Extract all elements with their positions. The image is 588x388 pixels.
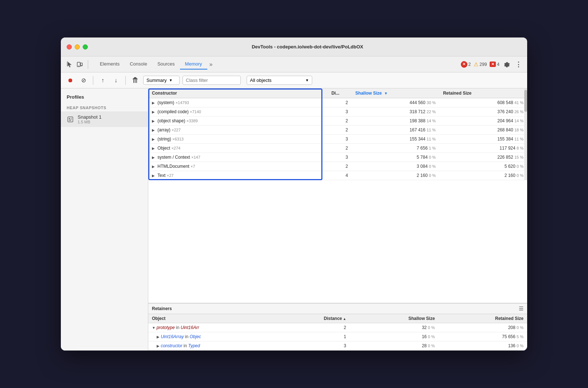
table-row[interactable]: ▶ (compiled code) ×7140 3 318 712 22 % 3… [148, 107, 527, 116]
ret-obj1: constructor [161, 343, 182, 348]
svg-rect-8 [133, 79, 134, 83]
constructor-name: (compiled code) [157, 109, 188, 114]
sort-desc-icon: ▼ [384, 91, 388, 95]
ret-distance-cell: 1 [310, 332, 350, 341]
ret-col-retained[interactable]: Retained Size [439, 314, 527, 323]
retainer-row[interactable]: ▶ Uint16Array in Objec 1 16 0 % 75 656 5… [148, 332, 527, 341]
error-badge: ✕ 2 [461, 61, 471, 68]
class-filter-input[interactable] [183, 76, 241, 85]
expand-arrow[interactable]: ▶ [152, 146, 156, 150]
ret-col-object[interactable]: Object [148, 314, 310, 323]
all-objects-label: All objects [250, 78, 271, 83]
shallow-cell: 318 712 22 % [352, 107, 439, 116]
constructor-name: Object [157, 146, 170, 151]
retainer-row[interactable]: ▼ prototype in Uint16Arr 2 32 0 % 208 0 … [148, 323, 527, 332]
expand-arrow[interactable]: ▶ [152, 119, 156, 123]
constructor-count: ×227 [172, 128, 181, 132]
table-row[interactable]: ▶ system / Context ×147 3 5 784 0 % 226 … [148, 153, 527, 162]
retainers-table: Object Distance Shallow Size Retained Si… [148, 314, 527, 351]
col-distance[interactable]: Di... [328, 88, 352, 98]
constructor-count: ×3389 [187, 119, 198, 123]
constructor-count: ×147 [191, 155, 200, 159]
upload-button[interactable]: ↑ [98, 75, 108, 86]
table-row[interactable]: ▶ Object ×274 2 7 656 1 % 117 924 8 % [148, 144, 527, 153]
ret-retained-cell: 136 0 % [439, 341, 527, 351]
tab-elements[interactable]: Elements [95, 59, 125, 70]
more-tabs-button[interactable]: » [207, 60, 215, 69]
tab-memory[interactable]: Memory [180, 59, 207, 70]
toolbar-right: ✕ 2 ⚠ 299 ✕ 4 ⋮ [461, 60, 523, 69]
expand-arrow[interactable]: ▶ [152, 110, 156, 114]
table-row[interactable]: ▶ Text ×27 4 2 160 0 % 2 160 0 % [148, 171, 527, 180]
constructor-name: Text [157, 173, 165, 178]
col-retained[interactable]: Retained Size [439, 88, 527, 98]
retained-cell: 268 840 18 % [439, 126, 527, 135]
maximize-button[interactable] [83, 44, 88, 50]
tab-sources[interactable]: Sources [152, 59, 180, 70]
retained-cell: 5 620 0 % [439, 162, 527, 171]
minimize-button[interactable] [75, 44, 80, 50]
retained-cell: 376 240 26 % [439, 107, 527, 116]
col-shallow[interactable]: Shallow Size ▼ [352, 88, 439, 98]
expand-arrow[interactable]: ▼ [152, 326, 157, 330]
snapshot-name: Snapshot 1 [78, 114, 102, 120]
retained-cell: 608 548 41 % [439, 98, 527, 107]
distance-cell: 3 [328, 107, 352, 116]
download-button[interactable]: ↓ [111, 75, 121, 86]
more-options-icon[interactable]: ⋮ [514, 60, 523, 69]
select-element-icon[interactable] [65, 60, 74, 69]
ret-middle: in [175, 325, 181, 330]
ret-col-shallow[interactable]: Shallow Size [350, 314, 438, 323]
ret-middle: in [182, 343, 188, 348]
constructor-name: system / Context [157, 155, 190, 160]
table-row[interactable]: ▶ (string) ×6313 3 155 344 11 % 155 384 … [148, 135, 527, 144]
snapshot-1-item[interactable]: Snapshot 1 1.5 MB [61, 111, 148, 127]
ret-retained-cell: 75 656 5 % [439, 332, 527, 341]
table-row[interactable]: ▶ (object shape) ×3389 2 198 388 14 % 20… [148, 116, 527, 126]
devtools-window: DevTools - codepen.io/web-dot-dev/live/P… [61, 37, 527, 351]
distance-cell: 2 [328, 116, 352, 126]
expand-arrow[interactable]: ▶ [152, 137, 156, 141]
device-toolbar-icon[interactable] [75, 60, 84, 69]
record-button[interactable]: ⏺ [65, 75, 75, 86]
memory-toolbar: ⏺ ⊘ ↑ ↓ Summary ▼ All objects ▼ [61, 72, 527, 88]
memory-sep-1 [93, 76, 93, 85]
svg-rect-5 [133, 78, 137, 79]
collect-garbage-icon[interactable] [130, 75, 140, 86]
expand-arrow[interactable]: ▶ [152, 155, 156, 159]
clear-button[interactable]: ⊘ [78, 75, 89, 86]
right-panel: Constructor Di... Shallow Size ▼ [148, 88, 527, 351]
ret-obj2: Objec [190, 334, 201, 339]
constructor-cell: ▶ system / Context ×147 [148, 153, 328, 162]
traffic-lights [67, 44, 88, 50]
svg-rect-10 [136, 79, 137, 83]
expand-arrow[interactable]: ▶ [152, 174, 156, 178]
distance-cell: 4 [328, 171, 352, 180]
retained-cell: 117 924 8 % [439, 144, 527, 153]
table-row[interactable]: ▶ (array) ×227 2 167 416 11 % 268 840 18… [148, 126, 527, 135]
constructor-cell: ▶ HTMLDocument ×7 [148, 162, 328, 171]
table-row[interactable]: ▶ (system) ×14793 2 444 560 30 % 608 548… [148, 98, 527, 107]
expand-arrow[interactable]: ▶ [152, 101, 156, 105]
tab-console[interactable]: Console [125, 59, 152, 70]
retainer-row[interactable]: ▶ constructor in Typed 3 28 0 % 136 0 % [148, 341, 527, 351]
ret-col-distance[interactable]: Distance [310, 314, 350, 323]
expand-arrow[interactable]: ▶ [157, 344, 161, 348]
error-count: 2 [469, 62, 471, 67]
chevron-down-icon-2: ▼ [305, 78, 309, 82]
expand-arrow[interactable]: ▶ [152, 128, 156, 132]
heap-table: Constructor Di... Shallow Size ▼ [148, 88, 527, 180]
distance-cell: 3 [328, 153, 352, 162]
warning-badge: ⚠ 299 [474, 61, 487, 68]
scrollbar-thumb[interactable] [524, 90, 527, 112]
settings-icon[interactable] [502, 60, 511, 69]
window-title: DevTools - codepen.io/web-dot-dev/live/P… [94, 44, 521, 50]
table-row[interactable]: ▶ HTMLDocument ×7 2 3 084 0 % 5 620 0 % [148, 162, 527, 171]
expand-arrow[interactable]: ▶ [157, 335, 161, 339]
table-scrollbar[interactable] [524, 88, 527, 180]
close-button[interactable] [67, 44, 72, 50]
summary-dropdown[interactable]: Summary ▼ [143, 76, 180, 85]
expand-arrow[interactable]: ▶ [152, 165, 156, 169]
constructor-name: (system) [157, 100, 174, 105]
all-objects-dropdown[interactable]: All objects ▼ [247, 76, 312, 85]
